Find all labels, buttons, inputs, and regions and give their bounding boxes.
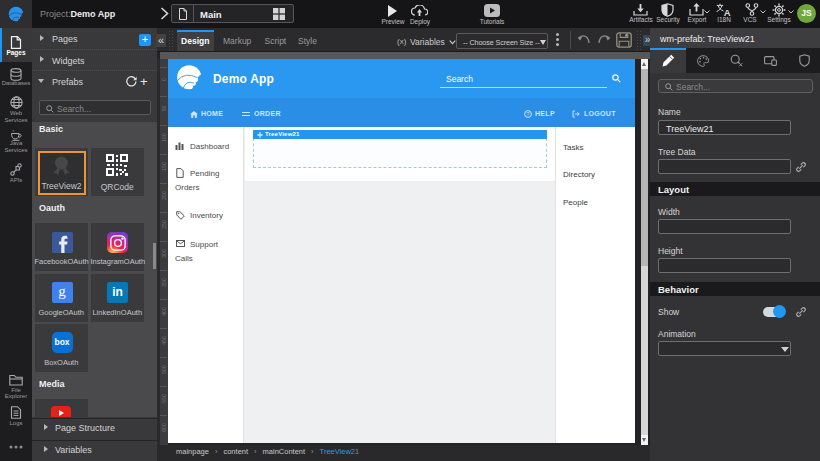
svg-text:A: A: [724, 7, 731, 16]
svg-text:≈: ≈: [12, 128, 15, 133]
svg-text:?: ?: [526, 111, 529, 117]
